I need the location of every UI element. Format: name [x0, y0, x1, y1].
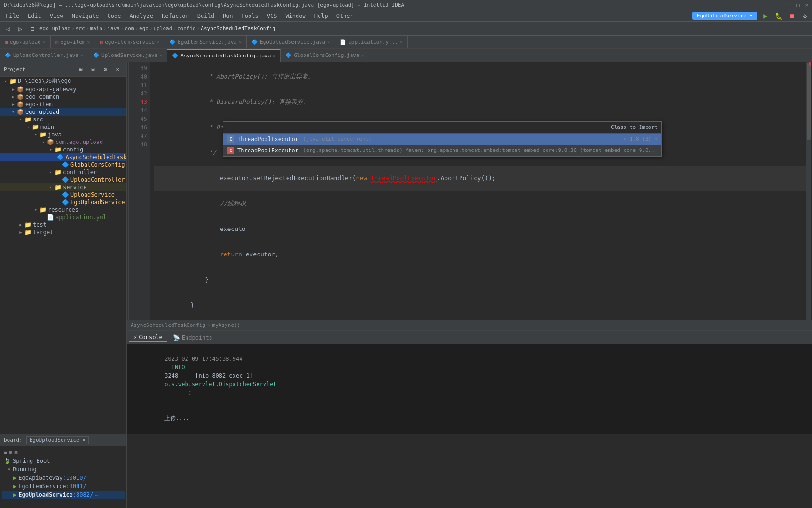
menu-refactor[interactable]: Refactor — [158, 12, 193, 20]
autocomplete-popup[interactable]: Class to Import C ThreadPoolExecutor (ja… — [223, 121, 662, 157]
tree-ego-upload[interactable]: ▾ 📦 ego-upload — [0, 108, 126, 116]
autocomplete-item-tomcat[interactable]: C ThreadPoolExecutor (org.apache.tomcat.… — [223, 145, 661, 156]
services-service-name[interactable]: EgoUploadService ✕ — [26, 436, 89, 444]
project-settings-icon[interactable]: ⚙ — [100, 64, 110, 74]
tab-egouploadservice[interactable]: 🔷 EgoUploadService.java ✕ — [247, 36, 335, 48]
tab-ego-upload[interactable]: m ego-upload ✕ — [0, 36, 51, 48]
tab-close-icon[interactable]: ✕ — [239, 40, 242, 45]
menu-other[interactable]: Other — [333, 12, 357, 20]
breadcrumb-file[interactable]: AsyncScheduledTaskConfig — [201, 25, 275, 32]
debug-button[interactable]: 🐛 — [773, 11, 784, 21]
tree-ego-item[interactable]: ▶ 📦 ego-item — [0, 101, 126, 108]
tab-ego-item-service[interactable]: m ego-item-service ✕ — [95, 36, 165, 48]
endpoints-icon: 📡 — [173, 334, 180, 341]
menu-navigate[interactable]: Navigate — [68, 12, 103, 20]
line-num: 44 — [132, 106, 147, 115]
tree-controller-folder[interactable]: ▾ 📁 controller — [0, 168, 126, 176]
log-line-1: 2023-02-09 17:45:38.944 INFO 3248 --- [n… — [131, 346, 808, 405]
service-ego-upload-service[interactable]: ▶ EgoUploadService :8082/ ✏ — [2, 491, 125, 499]
menu-file[interactable]: File — [2, 12, 23, 20]
breadcrumb-ego-upload[interactable]: ego-upload — [39, 25, 70, 32]
code-content[interactable]: * AbortPolicy(): 直接抛出异常。 * DiscardPolicy… — [150, 62, 812, 320]
settings-icon[interactable]: ⚙ — [800, 11, 810, 21]
tree-ego-common[interactable]: ▶ 📦 ego-common — [0, 93, 126, 101]
run-config-dropdown[interactable]: EgoUploadService ▾ — [692, 12, 757, 20]
scrollbar-track[interactable] — [806, 62, 811, 320]
tab-close-icon[interactable]: ✕ — [327, 40, 330, 45]
tree-global-cors[interactable]: ▶ 🔷 GlobalCorsConfig — [0, 161, 126, 168]
menu-view[interactable]: View — [46, 12, 67, 20]
menu-tools[interactable]: Tools — [238, 12, 262, 20]
tree-ego-api-gateway[interactable]: ▶ 📦 ego-api-gateway — [0, 86, 126, 93]
tree-root[interactable]: ▾ 📁 D:\idea\36期\ego — [0, 77, 126, 86]
breadcrumb-ego[interactable]: ego — [139, 25, 148, 32]
tree-test-folder[interactable]: ▶ 📁 test — [0, 221, 126, 229]
autocomplete-item-java[interactable]: C ThreadPoolExecutor (java.util.concurre… — [223, 134, 661, 145]
expand-all-icon[interactable]: ⊞ — [76, 64, 86, 74]
services-filter-icon[interactable]: ⊟ — [14, 449, 17, 456]
menu-build[interactable]: Build — [194, 12, 218, 20]
menu-run[interactable]: Run — [219, 12, 237, 20]
nav-back-icon[interactable]: ◁ — [3, 24, 13, 34]
tree-ego-upload-service[interactable]: ▶ 🔷 EgoUploadService — [0, 198, 126, 206]
tab-close-icon[interactable]: ✕ — [80, 53, 83, 58]
breadcrumb-main[interactable]: main — [90, 25, 102, 32]
menu-help[interactable]: Help — [311, 12, 332, 20]
scrollbar-thumb[interactable] — [807, 63, 811, 140]
menu-analyze[interactable]: Analyze — [125, 12, 157, 20]
tab-uploadcontroller[interactable]: 🔷 UploadController.java ✕ — [0, 49, 88, 62]
service-ego-api-gateway[interactable]: ▶ EgoApiGateway :10010/ — [2, 474, 125, 482]
breadcrumb-java[interactable]: java — [107, 25, 120, 32]
tab-close-icon[interactable]: ✕ — [400, 40, 403, 45]
menu-window[interactable]: Window — [281, 12, 309, 20]
services-expand-icon[interactable]: ≡ — [4, 449, 7, 456]
tree-config-folder[interactable]: ▾ 📁 config — [0, 146, 126, 153]
tab-application[interactable]: 📄 application.y... ✕ — [335, 36, 408, 48]
tab-close-icon[interactable]: ✕ — [361, 53, 364, 58]
tree-src[interactable]: ▾ 📁 src — [0, 116, 126, 123]
tab-globalcorsconfig[interactable]: 🔷 GlobalCorsConfig.java ✕ — [281, 49, 369, 62]
tree-application-yml[interactable]: ▶ 📄 application.yml — [0, 214, 126, 221]
close-button[interactable]: ✕ — [805, 2, 808, 8]
endpoints-tab[interactable]: 📡 Endpoints — [168, 333, 217, 342]
edit-icon[interactable]: ✏ — [95, 492, 98, 498]
tree-package[interactable]: ▾ 📦 com.ego.upload — [0, 138, 126, 146]
menu-vcs[interactable]: VCS — [263, 12, 281, 20]
tab-close-icon[interactable]: ✕ — [43, 40, 46, 45]
minimize-button[interactable]: ─ — [788, 2, 791, 8]
stop-button[interactable]: ⏹ — [787, 11, 797, 21]
service-ego-item-service[interactable]: ▶ EgoItemService :8081/ — [2, 482, 125, 491]
tab-close-icon[interactable]: ✕ — [156, 40, 159, 45]
breadcrumb-config[interactable]: config — [177, 25, 196, 32]
maximize-button[interactable]: □ — [796, 2, 800, 8]
breadcrumb-com[interactable]: com — [125, 25, 134, 32]
tab-egoitemservice[interactable]: 🔷 EgoItemService.java ✕ — [164, 36, 247, 48]
menu-code[interactable]: Code — [104, 12, 125, 20]
tree-upload-controller[interactable]: ▶ 🔷 UploadController — [0, 176, 126, 183]
tree-main[interactable]: ▾ 📁 main — [0, 123, 126, 131]
nav-forward-icon[interactable]: ▷ — [15, 24, 25, 34]
code-editor[interactable]: 39 40 41 42 43 44 45 46 47 48 * AbortPol… — [127, 62, 812, 320]
tree-target-folder[interactable]: ▶ 📁 target — [0, 229, 126, 236]
tab-uploadservice[interactable]: 🔷 UploadService.java ✕ — [88, 49, 167, 62]
tree-async-config[interactable]: ▶ 🔷 AsyncScheduledTaskConfig — [0, 153, 126, 161]
console-tab[interactable]: ⚡ Console — [129, 333, 167, 342]
run-button[interactable]: ▶ — [760, 11, 771, 21]
console-output[interactable]: 2023-02-09 17:45:38.944 INFO 3248 --- [n… — [127, 344, 812, 434]
tab-asyncscheduledtaskconfig[interactable]: 🔷 AsyncScheduledTaskConfig.java ✕ — [167, 49, 281, 62]
tree-java[interactable]: ▾ 📁 java — [0, 131, 126, 138]
collapse-all-icon[interactable]: ⊟ — [88, 64, 98, 74]
tab-close-icon[interactable]: ✕ — [273, 53, 275, 58]
tab-ego-item[interactable]: m ego-item ✕ — [51, 36, 95, 48]
project-close-icon[interactable]: ✕ — [112, 64, 123, 74]
tree-resources-folder[interactable]: ▾ 📁 resources — [0, 206, 126, 214]
tree-service-folder[interactable]: ▾ 📁 service — [0, 183, 126, 191]
services-layout-icon[interactable]: ⊞ — [9, 449, 12, 456]
tree-upload-service[interactable]: ▶ 🔷 UploadService — [0, 191, 126, 198]
tab-close-icon[interactable]: ✕ — [87, 40, 90, 45]
tab-close-icon[interactable]: ✕ — [159, 53, 162, 58]
menu-edit[interactable]: Edit — [24, 12, 45, 20]
breadcrumb-upload[interactable]: upload — [154, 25, 172, 32]
recent-files-icon[interactable]: ⊟ — [27, 24, 38, 34]
breadcrumb-src[interactable]: src — [76, 25, 85, 32]
